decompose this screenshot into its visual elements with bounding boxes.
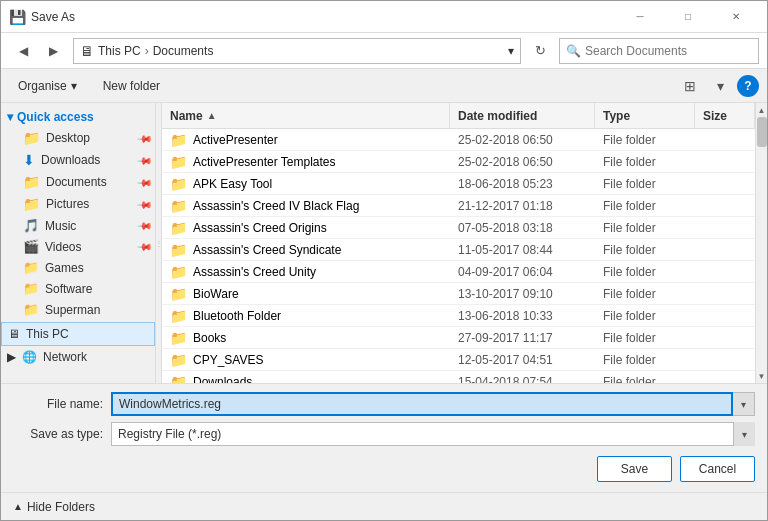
forward-icon: ▶ [49, 44, 58, 58]
file-name-cell: 📁 Assassin's Creed Unity [162, 261, 450, 282]
table-row[interactable]: 📁 BioWare 13-10-2017 09:10 File folder [162, 283, 755, 305]
action-buttons-row: Save Cancel [13, 452, 755, 484]
sidebar-item-network[interactable]: ▶ 🌐 Network [1, 346, 155, 368]
sidebar-item-music[interactable]: 🎵 Music 📌 [1, 215, 155, 236]
column-date-header[interactable]: Date modified [450, 103, 595, 128]
sidebar-item-software[interactable]: 📁 Software [1, 278, 155, 299]
file-type: File folder [603, 155, 656, 169]
column-size-header[interactable]: Size [695, 103, 755, 128]
address-path[interactable]: 🖥 This PC › Documents ▾ [73, 38, 521, 64]
sidebar-item-desktop[interactable]: 📁 Desktop 📌 [1, 127, 155, 149]
minimize-button[interactable]: ─ [617, 1, 663, 33]
bottom-area: File name: ▾ Save as type: Registry File… [1, 383, 767, 492]
table-row[interactable]: 📁 ActivePresenter Templates 25-02-2018 0… [162, 151, 755, 173]
table-row[interactable]: 📁 Assassin's Creed IV Black Flag 21-12-2… [162, 195, 755, 217]
sidebar: ▾ Quick access 📁 Desktop 📌 ⬇ Downloads 📌… [1, 103, 156, 383]
sidebar-item-pictures[interactable]: 📁 Pictures 📌 [1, 193, 155, 215]
file-date: 07-05-2018 03:18 [458, 221, 553, 235]
footer: ▲ Hide Folders [1, 492, 767, 520]
table-row[interactable]: 📁 CPY_SAVES 12-05-2017 04:51 File folder [162, 349, 755, 371]
file-name-cell: 📁 Books [162, 327, 450, 348]
help-button[interactable]: ? [737, 75, 759, 97]
file-date-cell: 07-05-2018 03:18 [450, 217, 595, 238]
scroll-thumb[interactable] [757, 117, 767, 147]
table-row[interactable]: 📁 Assassin's Creed Origins 07-05-2018 03… [162, 217, 755, 239]
search-input[interactable] [585, 44, 752, 58]
file-type: File folder [603, 265, 656, 279]
view-dropdown-button[interactable]: ▾ [707, 73, 733, 99]
desktop-pin-icon: 📌 [137, 130, 153, 146]
filename-input[interactable] [111, 392, 733, 416]
close-button[interactable]: ✕ [713, 1, 759, 33]
path-dropdown-arrow[interactable]: ▾ [508, 44, 514, 58]
quick-access-header[interactable]: ▾ Quick access [1, 107, 155, 127]
resize-dots: ⋮ [155, 239, 162, 248]
column-type-header[interactable]: Type [595, 103, 695, 128]
file-name: ActivePresenter [193, 133, 278, 147]
file-type: File folder [603, 133, 656, 147]
hide-folders-button[interactable]: ▲ Hide Folders [13, 500, 95, 514]
file-type: File folder [603, 375, 656, 384]
organise-button[interactable]: Organise ▾ [9, 73, 86, 99]
back-button[interactable]: ◀ [9, 38, 37, 64]
scroll-down-arrow[interactable]: ▼ [756, 369, 767, 383]
table-row[interactable]: 📁 APK Easy Tool 18-06-2018 05:23 File fo… [162, 173, 755, 195]
scroll-track[interactable] [756, 117, 767, 369]
file-date-cell: 25-02-2018 06:50 [450, 151, 595, 172]
nav-buttons: ◀ ▶ [9, 38, 67, 64]
path-icon: 🖥 [80, 43, 94, 59]
save-button[interactable]: Save [597, 456, 672, 482]
desktop-folder-icon: 📁 [23, 130, 40, 146]
folder-icon: 📁 [170, 198, 187, 214]
table-row[interactable]: 📁 Books 27-09-2017 11:17 File folder [162, 327, 755, 349]
dialog-title: Save As [31, 10, 75, 24]
view-button[interactable]: ⊞ [677, 73, 703, 99]
refresh-button[interactable]: ↻ [527, 38, 553, 64]
file-name-cell: 📁 Assassin's Creed Origins [162, 217, 450, 238]
folder-icon: 📁 [170, 154, 187, 170]
file-name: Assassin's Creed Origins [193, 221, 327, 235]
sidebar-item-videos[interactable]: 🎬 Videos 📌 [1, 236, 155, 257]
table-row[interactable]: 📁 ActivePresenter 25-02-2018 06:50 File … [162, 129, 755, 151]
file-name-cell: 📁 Bluetooth Folder [162, 305, 450, 326]
column-name-header[interactable]: Name ▲ [162, 103, 450, 128]
sidebar-item-downloads[interactable]: ⬇ Downloads 📌 [1, 149, 155, 171]
music-icon: 🎵 [23, 218, 39, 233]
table-row[interactable]: 📁 Assassin's Creed Unity 04-09-2017 06:0… [162, 261, 755, 283]
sidebar-item-superman[interactable]: 📁 Superman [1, 299, 155, 320]
sort-arrow-icon: ▲ [207, 110, 217, 121]
documents-pin-icon: 📌 [137, 174, 153, 190]
hide-folders-chevron-icon: ▲ [13, 501, 23, 512]
folder-icon: 📁 [170, 220, 187, 236]
refresh-icon: ↻ [535, 43, 546, 58]
file-type: File folder [603, 221, 656, 235]
downloads-pin-icon: 📌 [137, 152, 153, 168]
scroll-up-arrow[interactable]: ▲ [756, 103, 767, 117]
file-name-cell: 📁 BioWare [162, 283, 450, 304]
new-folder-button[interactable]: New folder [94, 73, 169, 99]
forward-button[interactable]: ▶ [39, 38, 67, 64]
sidebar-item-documents[interactable]: 📁 Documents 📌 [1, 171, 155, 193]
file-date: 27-09-2017 11:17 [458, 331, 553, 345]
sidebar-item-games[interactable]: 📁 Games [1, 257, 155, 278]
file-date-cell: 18-06-2018 05:23 [450, 173, 595, 194]
table-row[interactable]: 📁 Assassin's Creed Syndicate 11-05-2017 … [162, 239, 755, 261]
right-scrollbar[interactable]: ▲ ▼ [755, 103, 767, 383]
sidebar-games-label: Games [45, 261, 84, 275]
maximize-button[interactable]: □ [665, 1, 711, 33]
sidebar-item-this-pc[interactable]: 🖥 This PC [1, 322, 155, 346]
file-date: 11-05-2017 08:44 [458, 243, 553, 257]
savetype-select[interactable]: Registry File (*.reg) [111, 422, 755, 446]
cancel-button[interactable]: Cancel [680, 456, 755, 482]
search-box[interactable]: 🔍 [559, 38, 759, 64]
folder-icon: 📁 [170, 330, 187, 346]
filename-dropdown-icon: ▾ [741, 399, 746, 410]
file-type-cell: File folder [595, 371, 695, 383]
table-row[interactable]: 📁 Downloads 15-04-2018 07:54 File folder [162, 371, 755, 383]
file-name: CPY_SAVES [193, 353, 263, 367]
network-icon: 🌐 [22, 350, 37, 364]
filename-dropdown-button[interactable]: ▾ [733, 392, 755, 416]
file-type: File folder [603, 353, 656, 367]
savetype-label: Save as type: [13, 427, 103, 441]
table-row[interactable]: 📁 Bluetooth Folder 13-06-2018 10:33 File… [162, 305, 755, 327]
